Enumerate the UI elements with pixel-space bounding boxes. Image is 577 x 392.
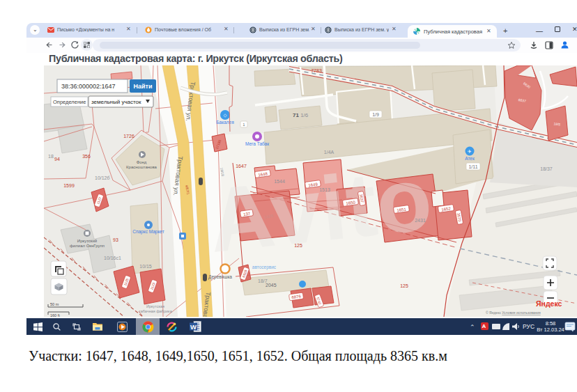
svg-text:Спаркс Маркет: Спаркс Маркет: [132, 229, 164, 235]
svg-text:50 m: 50 m: [50, 302, 59, 306]
svg-text:2045: 2045: [266, 283, 277, 288]
svg-text:94: 94: [54, 157, 60, 162]
svg-text:Иркутская: Иркутская: [146, 304, 164, 308]
svg-text:табачная фабрика: табачная фабрика: [139, 309, 172, 313]
svg-text:Красноштанова: Красноштанова: [126, 165, 157, 169]
svg-text:10/12б: 10/12б: [95, 175, 110, 180]
svg-text:160 ft: 160 ft: [50, 313, 60, 317]
svg-text:10/15: 10/15: [139, 264, 152, 269]
svg-text:7783: 7783: [311, 68, 322, 73]
svg-text:Бакалея: Бакалея: [216, 120, 234, 125]
svg-text:1/4А: 1/4А: [324, 150, 334, 155]
svg-text:земельный участок: земельный участок: [91, 99, 141, 105]
svg-text:Атек: Атек: [465, 156, 475, 161]
svg-text:1647: 1647: [236, 164, 247, 168]
svg-text:125: 125: [294, 243, 302, 248]
svg-text:Найти: Найти: [134, 83, 153, 90]
svg-text:⬦: ⬦: [224, 113, 227, 118]
svg-text:Определение: Определение: [53, 99, 86, 105]
svg-text:71 1/6: 71 1/6: [293, 112, 309, 118]
svg-text:Яндекс: Яндекс: [536, 299, 562, 308]
svg-text:18: 18: [48, 154, 54, 159]
svg-text:2431: 2431: [415, 218, 426, 223]
svg-text:38:36:000002:1647: 38:36:000002:1647: [61, 83, 116, 90]
svg-text:1/9: 1/9: [372, 112, 379, 117]
svg-text:1513: 1513: [319, 187, 330, 192]
svg-text:✈: ✈: [468, 149, 472, 154]
svg-text:1544: 1544: [274, 179, 285, 184]
svg-text:125: 125: [400, 283, 408, 288]
svg-text:1599: 1599: [63, 183, 75, 188]
svg-text:356: 356: [82, 154, 91, 159]
svg-text:93: 93: [113, 237, 118, 242]
svg-text:филиал ОкнГрупп: филиал ОкнГрупп: [70, 244, 105, 248]
svg-text:автосервис: автосервис: [252, 265, 277, 270]
svg-text:Деревяшка: Деревяшка: [208, 274, 232, 280]
svg-text:Фонд: Фонд: [137, 160, 147, 164]
svg-text:© Яндекс Условия использования: © Яндекс Условия использования: [486, 311, 541, 315]
svg-text:Иркутский: Иркутский: [77, 239, 97, 243]
svg-text:W: W: [190, 323, 197, 331]
svg-text:1726: 1726: [123, 134, 134, 139]
svg-text:1/11: 1/11: [468, 164, 477, 169]
svg-text:Мега Табак: Мега Табак: [245, 141, 269, 146]
svg-text:18/37: 18/37: [540, 166, 553, 171]
svg-text:10/16с1: 10/16с1: [104, 256, 121, 260]
